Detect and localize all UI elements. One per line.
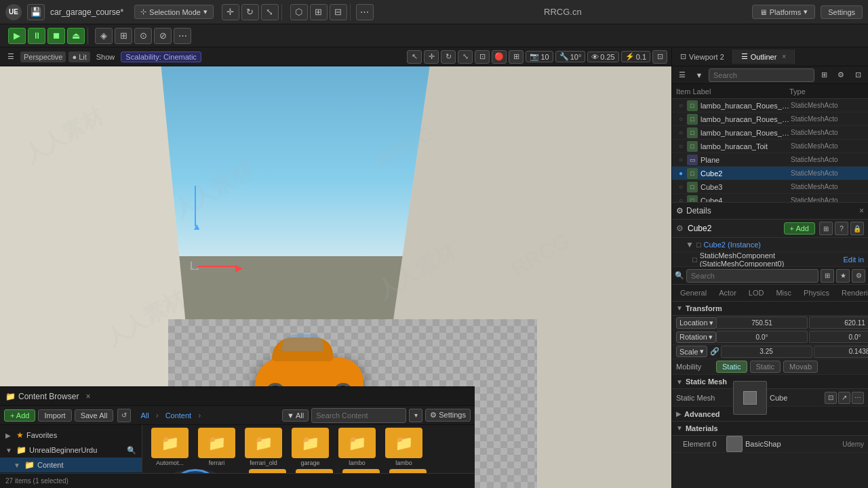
transform-rotate-btn[interactable]: ↻	[241, 4, 259, 20]
angle-btn[interactable]: 🔧 10°	[555, 51, 586, 62]
folder-automot[interactable]: 📁 Automot...	[148, 428, 192, 466]
select-icon-btn[interactable]: ↖	[407, 50, 422, 64]
outliner-close-btn[interactable]: ×	[782, 53, 786, 60]
outliner-settings-btn[interactable]: ⚙	[833, 68, 848, 82]
outliner-filter-btn[interactable]: ▼	[692, 68, 707, 82]
stop-btn[interactable]: ⏹	[47, 28, 65, 44]
cb-import-btn[interactable]: Import	[38, 409, 71, 422]
outliner-row-1[interactable]: ○ □ lambo_huracan_Roues_avant StaticMesh…	[672, 113, 868, 126]
sm-more-btn[interactable]: ⋯	[852, 392, 864, 404]
details-star-btn[interactable]: ★	[836, 269, 850, 283]
scale-x-input[interactable]	[721, 346, 812, 358]
rotation-dropdown[interactable]: Rotation ▾	[676, 331, 716, 343]
details-close-btn[interactable]: ×	[859, 206, 864, 216]
rotation-y-input[interactable]	[809, 331, 868, 343]
folder-lambo2[interactable]: 📁 lambo	[382, 428, 426, 466]
scale-y-input[interactable]	[814, 346, 868, 358]
add-component-btn[interactable]: + Add	[784, 222, 815, 235]
help-btn[interactable]: ?	[835, 222, 848, 235]
component-link[interactable]: Edit in	[843, 256, 864, 264]
play-btn[interactable]: ▶	[8, 28, 26, 44]
translate-icon-btn[interactable]: ✛	[424, 50, 439, 64]
folder-ferrari[interactable]: 📁 ferrari	[195, 428, 239, 466]
outliner-row-0[interactable]: ○ □ lambo_huracan_Roues_arrière StaticMe…	[672, 99, 868, 113]
viewport-options-btn[interactable]: ⊡	[652, 50, 667, 64]
details-grid-btn[interactable]: ⊞	[821, 269, 834, 283]
folder-garage[interactable]: 📁 garage	[288, 428, 332, 466]
transform-move-btn[interactable]: ✛	[222, 4, 239, 20]
row-vis-7[interactable]: ○	[675, 197, 687, 202]
row-vis-6[interactable]: ○	[675, 183, 687, 190]
scalability-badge[interactable]: Scalability: Cinematic	[121, 52, 201, 62]
outliner-row-7[interactable]: ○ □ Cube4 StaticMeshActo	[672, 194, 868, 202]
outliner-expand-btn[interactable]: ⊡	[850, 68, 865, 82]
tab-lod[interactable]: LOD	[743, 287, 770, 299]
mode2-btn[interactable]: ⊞	[115, 28, 132, 44]
platforms-btn[interactable]: 🖥 Platforms ▾	[752, 5, 815, 19]
realtime-icon-btn[interactable]: 🔴	[492, 50, 507, 64]
folder-lambo1[interactable]: 📁 lambo	[335, 428, 379, 466]
scale-dropdown[interactable]: Scale ▾	[676, 346, 707, 357]
cb-favorites-item[interactable]: ▶ ★ Favorites	[0, 428, 142, 443]
rotate-icon-btn[interactable]: ↻	[441, 50, 456, 64]
mode4-btn[interactable]: ⊘	[154, 28, 172, 44]
viewport-menu-btn[interactable]: ☰	[4, 51, 18, 62]
coord-space-btn[interactable]: ⬡	[290, 4, 308, 20]
tab-actor[interactable]: Actor	[713, 287, 742, 299]
outliner-view-btn[interactable]: ⊞	[816, 68, 831, 82]
eject-btn[interactable]: ⏏	[67, 28, 85, 44]
outliner-row-5[interactable]: ● □ Cube2 StaticMeshActo	[672, 167, 868, 180]
cb-content-item[interactable]: ▼ 📁 Content	[0, 458, 142, 472]
mode3-btn[interactable]: ⊙	[134, 28, 152, 44]
mobility-static-btn[interactable]: Static	[716, 361, 747, 373]
cb-refresh-btn[interactable]: ↺	[117, 409, 131, 422]
outliner-row-3[interactable]: ○ □ lambo_huracan_Toit StaticMeshActo	[672, 140, 868, 153]
folder-ferrari-old[interactable]: 📁 ferrari_old	[241, 428, 285, 466]
save-icon[interactable]: 💾	[27, 4, 45, 20]
row-vis-5[interactable]: ●	[675, 169, 687, 177]
transform-section-header[interactable]: ▼ Transform	[672, 302, 868, 316]
cb-all-link[interactable]: All	[136, 411, 153, 420]
perspective-btn[interactable]: Perspective	[20, 52, 66, 62]
cb-save-all-btn[interactable]: Save All	[75, 409, 114, 422]
outliner-row-4[interactable]: ○ ▭ Plane StaticMeshActo	[672, 153, 868, 167]
mode1-btn[interactable]: ◈	[95, 28, 113, 44]
instance-row[interactable]: ▼ □ Cube2 (Instance)	[672, 238, 868, 252]
row-vis-3[interactable]: ○	[675, 142, 687, 150]
outliner-row-2[interactable]: ○ □ lambo_huracan_Roues_avant_0 StaticMe…	[672, 126, 868, 140]
mode5-btn[interactable]: ⋯	[174, 28, 191, 44]
mobility-stationary-btn[interactable]: Static	[750, 361, 781, 373]
lit-btn[interactable]: ● Lit	[68, 52, 90, 62]
cb-unrealbeginnerurdu-item[interactable]: ▼ 📁 UnrealBeginnerUrdu 🔍	[0, 443, 142, 458]
grid-icon-btn[interactable]: ⊞	[509, 50, 524, 64]
advanced-section-header[interactable]: ▶ Advanced	[672, 407, 868, 421]
cb-settings-btn[interactable]: ⚙ Settings	[425, 409, 471, 422]
static-mesh-section-header[interactable]: ▼ Static Mesh	[672, 375, 868, 389]
show-btn[interactable]: Show	[93, 52, 119, 62]
row-vis-1[interactable]: ○	[675, 115, 687, 123]
row-vis-0[interactable]: ○	[675, 102, 687, 109]
sm-arrow-btn[interactable]: ↗	[838, 392, 850, 404]
speed-btn[interactable]: ⚡ 0.1	[621, 51, 650, 62]
location-dropdown[interactable]: Location ▾	[676, 317, 717, 329]
details-search-input[interactable]	[686, 269, 818, 283]
mobility-movable-btn[interactable]: Movab	[783, 361, 818, 373]
cb-add-btn[interactable]: + Add	[4, 409, 35, 422]
dist-btn[interactable]: 👁 0.25	[587, 52, 618, 62]
tab-outliner[interactable]: ☰ Outliner ×	[733, 49, 795, 64]
maximize-icon-btn[interactable]: ⊡	[475, 50, 490, 64]
selection-mode-btn[interactable]: ⊹ Selection Mode ▾	[134, 5, 214, 19]
blueprint-btn[interactable]: ⊞	[819, 222, 833, 235]
settings-btn[interactable]: Settings	[821, 5, 863, 19]
tab-general[interactable]: General	[675, 287, 712, 299]
row-vis-2[interactable]: ○	[675, 129, 687, 136]
tab-physics[interactable]: Physics	[798, 287, 835, 299]
pause-btn[interactable]: ⏸	[28, 28, 45, 44]
location-x-input[interactable]	[716, 317, 808, 329]
cb-close-btn[interactable]: ×	[85, 392, 90, 401]
location-y-input[interactable]	[809, 317, 868, 329]
cb-filter-btn[interactable]: ▼ All	[282, 409, 309, 422]
grid-snap-btn[interactable]: ⊟	[330, 4, 347, 20]
component-row[interactable]: □ StaticMeshComponent (StaticMeshCompone…	[672, 252, 868, 267]
fov-btn[interactable]: 📷 10	[526, 51, 553, 62]
